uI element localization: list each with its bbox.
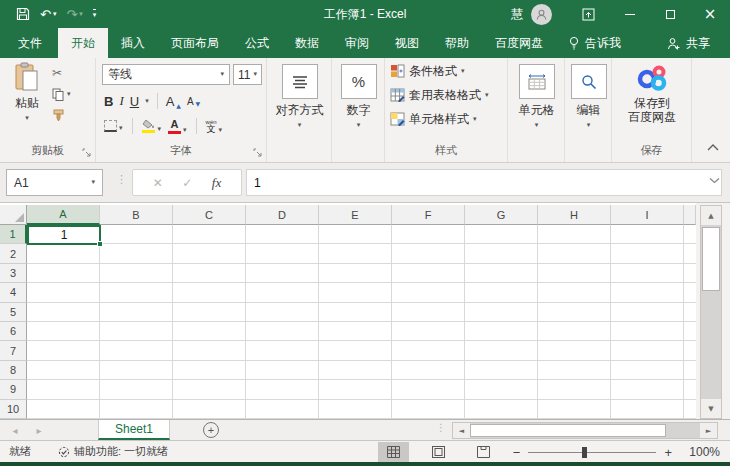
underline-dropdown-icon[interactable]: ▾ xyxy=(145,98,149,105)
alignment-button[interactable]: 对齐方式 ▾ xyxy=(281,64,318,129)
number-button[interactable]: % 数字 ▾ xyxy=(340,64,377,129)
phonetic-dropdown-icon[interactable]: ▾ xyxy=(219,127,223,134)
scroll-left-button[interactable]: ◄ xyxy=(453,423,470,438)
fill-handle[interactable] xyxy=(97,241,103,247)
font-color-button[interactable]: A ▾ xyxy=(168,119,187,134)
column-header-partial[interactable] xyxy=(684,205,696,225)
name-box-dropdown-icon[interactable]: ▾ xyxy=(91,179,95,186)
borders-dropdown-icon[interactable]: ▾ xyxy=(119,125,123,132)
active-cell-a1[interactable]: 1 xyxy=(27,225,101,245)
tab-page-layout[interactable]: 页面布局 xyxy=(158,28,232,58)
undo-button[interactable]: ↶ ▾ xyxy=(40,8,56,21)
format-painter-button[interactable] xyxy=(52,108,71,122)
conditional-formatting-dropdown-icon[interactable]: ▾ xyxy=(461,68,465,75)
horizontal-scroll-thumb[interactable] xyxy=(470,424,666,437)
confirm-entry-button[interactable]: ✓ xyxy=(182,176,192,190)
ribbon-display-options-button[interactable] xyxy=(578,5,598,23)
zoom-slider-thumb[interactable] xyxy=(582,447,587,458)
increase-font-button[interactable]: A▲ xyxy=(166,94,181,109)
column-header-f[interactable]: F xyxy=(392,205,465,225)
column-header-g[interactable]: G xyxy=(465,205,538,225)
zoom-out-button[interactable]: − xyxy=(513,445,521,460)
previous-sheet-button[interactable]: ◂ xyxy=(4,420,26,440)
column-header-d[interactable]: D xyxy=(246,205,319,225)
zoom-percentage[interactable]: 100% xyxy=(672,445,720,459)
format-as-table-dropdown-icon[interactable]: ▾ xyxy=(485,92,489,99)
paste-button[interactable]: 粘贴 ▾ xyxy=(6,62,48,122)
cells-button[interactable]: 单元格 ▾ xyxy=(518,64,555,129)
conditional-formatting-button[interactable]: 条件格式 ▾ xyxy=(390,60,507,82)
select-all-button[interactable] xyxy=(0,205,27,225)
new-sheet-button[interactable]: + xyxy=(203,422,219,438)
maximize-button[interactable] xyxy=(650,0,690,28)
cell-styles-dropdown-icon[interactable]: ▾ xyxy=(473,116,477,123)
sheetbar-separator[interactable]: ⋮ xyxy=(436,423,446,433)
undo-dropdown-icon[interactable]: ▾ xyxy=(53,10,57,18)
redo-button[interactable]: ↷ ▾ xyxy=(66,8,82,21)
column-header-h[interactable]: H xyxy=(538,205,611,225)
column-header-i[interactable]: I xyxy=(611,205,684,225)
expand-formula-bar-button[interactable] xyxy=(709,177,720,184)
share-button[interactable]: 共享 xyxy=(653,28,724,58)
scroll-up-button[interactable]: ▲ xyxy=(701,206,721,225)
avatar[interactable] xyxy=(531,4,552,25)
zoom-slider[interactable] xyxy=(528,452,656,453)
scroll-down-button[interactable]: ▼ xyxy=(701,399,721,418)
save-button[interactable] xyxy=(16,7,30,21)
vertical-scroll-track[interactable] xyxy=(701,291,721,399)
row-header-3[interactable]: 3 xyxy=(0,264,27,283)
column-header-c[interactable]: C xyxy=(173,205,246,225)
save-to-baidu-button[interactable]: 保存到 百度网盘 xyxy=(624,63,680,125)
row-header-7[interactable]: 7 xyxy=(0,341,27,360)
customize-qat-button[interactable]: ▾ xyxy=(93,9,97,19)
font-size-dropdown-icon[interactable]: ▾ xyxy=(253,71,257,78)
tab-data[interactable]: 数据 xyxy=(282,28,332,58)
editing-dropdown-icon[interactable]: ▾ xyxy=(587,122,591,129)
page-layout-view-button[interactable] xyxy=(423,442,454,463)
copy-button[interactable]: ▾ xyxy=(52,87,71,101)
copy-dropdown-icon[interactable]: ▾ xyxy=(67,91,71,98)
close-button[interactable]: × xyxy=(690,0,730,28)
phonetic-guide-button[interactable]: wén 文 ▾ xyxy=(206,119,223,134)
collapse-ribbon-button[interactable] xyxy=(706,142,720,154)
row-header-4[interactable]: 4 xyxy=(0,283,27,302)
horizontal-scrollbar[interactable]: ◄ ► xyxy=(452,422,718,439)
tab-baidu-netdisk[interactable]: 百度网盘 xyxy=(482,28,556,58)
underline-button[interactable]: U xyxy=(130,94,139,109)
normal-view-button[interactable] xyxy=(378,442,409,463)
row-header-2[interactable]: 2 xyxy=(0,244,27,263)
cancel-entry-button[interactable]: ✕ xyxy=(153,176,163,190)
formula-input[interactable]: 1 xyxy=(246,169,722,196)
cut-button[interactable]: ✂ xyxy=(52,66,71,80)
formula-bar-separator[interactable]: ⋮ xyxy=(116,174,127,185)
column-header-b[interactable]: B xyxy=(100,205,173,225)
paste-dropdown-icon[interactable]: ▾ xyxy=(25,115,29,122)
row-header-1[interactable]: 1 xyxy=(0,225,27,244)
user-name[interactable]: 慧 xyxy=(511,6,523,23)
tab-help[interactable]: 帮助 xyxy=(432,28,482,58)
page-break-preview-button[interactable] xyxy=(468,442,499,463)
tab-review[interactable]: 审阅 xyxy=(332,28,382,58)
clipboard-dialog-launcher[interactable] xyxy=(82,148,92,158)
italic-button[interactable]: I xyxy=(119,93,123,109)
tab-file[interactable]: 文件 xyxy=(2,28,58,58)
font-name-combobox[interactable]: 等线 ▾ xyxy=(102,64,230,85)
insert-function-button[interactable]: fx xyxy=(212,175,221,191)
decrease-font-button[interactable]: A▼ xyxy=(187,96,200,107)
row-header-6[interactable]: 6 xyxy=(0,322,27,341)
row-header-5[interactable]: 5 xyxy=(0,303,27,322)
bold-button[interactable]: B xyxy=(104,94,113,109)
tab-formulas[interactable]: 公式 xyxy=(232,28,282,58)
alignment-dropdown-icon[interactable]: ▾ xyxy=(298,122,302,129)
tab-view[interactable]: 视图 xyxy=(382,28,432,58)
minimize-button[interactable] xyxy=(610,0,650,28)
sheet-tab-sheet1[interactable]: Sheet1 xyxy=(98,420,170,440)
borders-button[interactable]: ▾ xyxy=(104,120,123,132)
row-header-8[interactable]: 8 xyxy=(0,361,27,380)
name-box[interactable]: A1 ▾ xyxy=(6,169,103,196)
zoom-in-button[interactable]: + xyxy=(664,445,672,460)
tell-me-box[interactable]: 告诉我 xyxy=(556,28,633,58)
cell-styles-button[interactable]: 单元格样式 ▾ xyxy=(390,108,507,130)
row-header-10[interactable]: 10 xyxy=(0,400,27,419)
cells-area[interactable] xyxy=(27,225,696,419)
